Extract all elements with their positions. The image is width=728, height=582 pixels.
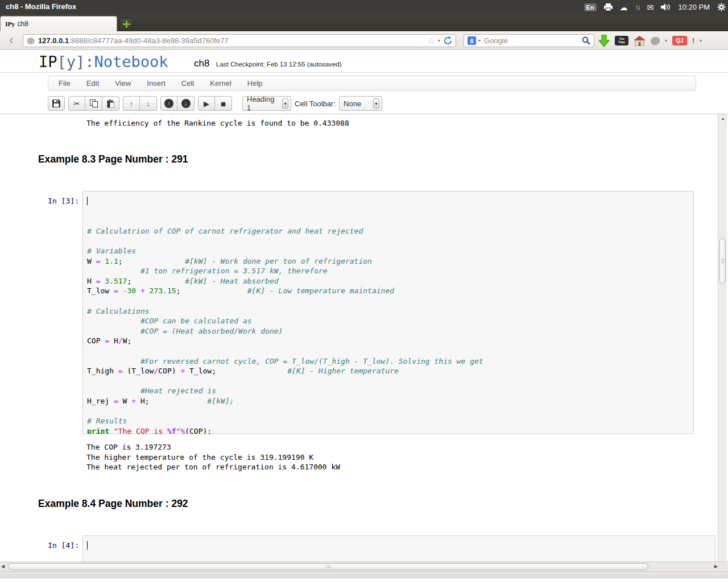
desktop-panel: ch8 - Mozilla Firefox En ☁ ↑↓ ✉ 10:20 PM [0,0,728,14]
search-engine-caret-icon[interactable]: ▾ [478,38,481,43]
code-line: # Results [87,416,689,426]
heading-example-83[interactable]: Example 8.3 Page Number : 291 [38,153,188,165]
search-placeholder: Google [484,36,508,45]
insert-cell-above-button[interactable]: ↑ [160,96,177,111]
copy-button[interactable] [85,96,102,111]
ipython-logo[interactable]: IP[y]:Notebook [39,53,168,70]
vertical-scrollbar[interactable]: ▲ [718,114,727,562]
previous-cell-output: The efficiency of the Rankine cycle is f… [86,118,349,128]
vertical-scrollbar-thumb[interactable] [719,238,726,284]
heading-example-84[interactable]: Example 8.4 Page Number : 292 [38,498,188,510]
floppy-icon [52,99,60,107]
cloud-icon[interactable]: ☁ [620,3,628,11]
run-cell-button[interactable]: ▶ [198,96,215,111]
circle-arrow-up-icon: ↑ [164,99,173,108]
keyboard-layout-indicator[interactable]: En [584,3,597,11]
code-line: COP = H/W; [87,336,689,346]
url-path: :8888/c84777aa-49d0-48a3-8e98-39a5d760fe… [69,36,228,45]
notebook-content: The efficiency of the Rankine cycle is f… [0,114,728,562]
menu-item-view[interactable]: View [107,76,139,90]
overflow-caret-icon[interactable]: ▾ [700,38,702,43]
scroll-up-arrow-icon[interactable]: ▲ [719,115,726,122]
browser-navbar: ‹ 127.0.0.1:8888/c84777aa-49d0-48a3-8e98… [0,31,728,50]
interrupt-kernel-button[interactable]: ■ [215,96,232,111]
home-icon[interactable] [634,36,646,46]
code-line: # Variables [87,246,689,256]
move-cell-down-button[interactable]: ↓ [140,96,157,111]
url-host: 127.0.0.1 [38,36,69,45]
code-cell-in3[interactable]: # Calculatrion of COP of carnot refriger… [82,191,694,434]
code-line: # Calculations [87,306,689,317]
clock[interactable]: 10:20 PM [678,3,710,11]
bookmark-caret-icon[interactable]: ▾ [438,38,440,43]
code-line [87,376,689,386]
addon-caret-icon[interactable]: ▾ [665,38,667,43]
navbar-addon-icons: You Tube ▾ QJ ! ▾ [598,33,702,48]
cut-button[interactable]: ✂ [68,96,85,111]
insert-cell-below-button[interactable]: ↓ [177,96,195,111]
horizontal-scrollbar-thumb[interactable] [8,563,648,570]
code-line [87,296,689,306]
menu-item-file[interactable]: File [51,76,78,90]
cell-toolbar-label: Cell Toolbar: [295,99,336,108]
arrow-down-icon: ↓ [146,99,150,108]
status-strip [0,572,728,579]
paste-icon [107,99,114,108]
browser-tab[interactable]: IPy ch8 [0,16,117,31]
printer-icon[interactable] [604,3,613,11]
back-button[interactable]: ‹ [5,33,18,48]
new-tab-button[interactable] [119,18,133,30]
menu-item-help[interactable]: Help [239,76,271,90]
scroll-right-arrow-icon[interactable]: ▶ [714,564,718,569]
url-bar[interactable]: 127.0.0.1:8888/c84777aa-49d0-48a3-8e98-3… [23,34,456,47]
save-button[interactable] [48,96,65,111]
mail-icon[interactable]: ✉ [647,3,654,11]
code-line: H_rej = W + H; #[kW]; [87,396,689,406]
arrow-up-icon: ↑ [130,99,134,108]
horizontal-scrollbar[interactable]: ◀ ▶ [0,562,728,572]
plus-icon [123,20,130,28]
menu-item-cell[interactable]: Cell [173,76,202,90]
search-bar[interactable]: 8 ▾ Google [464,34,594,47]
code-line: #For reversed carnot cycle, COP = T_low/… [87,356,689,367]
qj-addon-icon[interactable]: QJ [672,36,687,45]
system-tray: En ☁ ↑↓ ✉ 10:20 PM [584,0,726,14]
notebook-title[interactable]: ch8 [194,58,209,69]
code-line: #COP can be calculated as [87,316,689,326]
globe-icon [27,37,35,45]
tab-title: ch8 [18,20,28,28]
notebook-menubar: FileEditViewInsertCellKernelHelp [48,76,696,91]
menu-item-kernel[interactable]: Kernel [202,76,239,90]
cell-toolbar-select[interactable]: None ▼ [339,96,382,111]
tab-strip: IPy ch8 [0,14,728,31]
checkpoint-status: Last Checkpoint: Feb 13 12:55 (autosaved… [216,61,342,68]
magnifier-icon[interactable] [582,36,590,45]
menu-item-edit[interactable]: Edit [78,76,107,90]
paste-button[interactable] [102,96,119,111]
menu-item-insert[interactable]: Insert [139,76,173,90]
cell-type-select[interactable]: Heading 1 ▼ [242,96,291,111]
download-arrow-icon[interactable] [598,35,610,47]
google-logo-icon: 8 [468,36,476,45]
addon-icon[interactable] [651,37,660,45]
network-arrows-icon[interactable]: ↑↓ [635,3,640,11]
scroll-left-arrow-icon[interactable]: ◀ [1,564,5,569]
qj-badge: ! [692,37,694,45]
input-prompt-3: In [3]: [43,196,79,206]
move-cell-up-button[interactable]: ↑ [123,96,140,111]
youtube-icon[interactable]: You Tube [615,36,628,45]
code-line: T_low = -30 + 273.15; #[K] - Low tempera… [87,286,689,296]
play-icon: ▶ [204,99,209,108]
code-cell-in4[interactable]: # Calculation of minimum power required … [82,535,715,562]
notebook-toolbar: ✂ ↑ ↓ ↑ ↓ ▶ ■ Heading 1 ▼ Cell Toolbar: … [48,95,696,111]
output-line: The higher temperature of the cycle is 3… [86,452,340,463]
bookmark-star-icon[interactable]: ☆ [427,36,435,45]
session-gear-icon[interactable] [717,3,726,11]
circle-arrow-down-icon: ↓ [181,99,191,108]
volume-icon[interactable] [661,3,671,11]
reload-icon[interactable] [444,36,452,45]
output-area-3: The COP is 3.197273The higher temperatur… [86,442,340,472]
code-line: H = 3.517; #[kW] - Heat absorbed [87,276,689,286]
code-line: #COP = (Heat absorbed/Work done) [87,326,689,336]
select-caret-icon: ▼ [373,98,379,109]
